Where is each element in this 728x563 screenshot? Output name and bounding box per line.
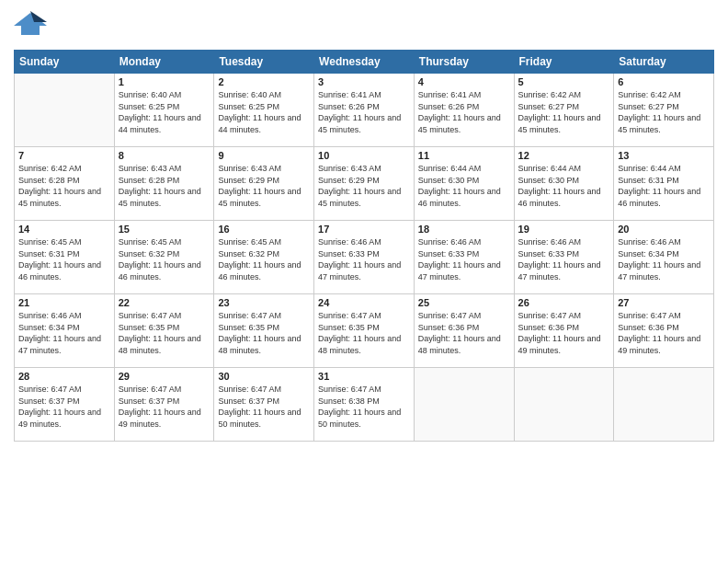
calendar-cell: 8 Sunrise: 6:43 AM Sunset: 6:28 PM Dayli… [114, 147, 214, 221]
sunrise-text: Sunrise: 6:46 AM [618, 237, 681, 247]
daylight-text: Daylight: 11 hours and 46 minutes. [18, 260, 101, 282]
sunrise-text: Sunrise: 6:46 AM [518, 237, 582, 247]
daylight-text: Daylight: 11 hours and 45 minutes. [618, 113, 700, 134]
sunset-text: Sunset: 6:38 PM [318, 396, 380, 406]
sunset-text: Sunset: 6:32 PM [119, 249, 180, 259]
calendar-cell: 1 Sunrise: 6:40 AM Sunset: 6:25 PM Dayli… [114, 74, 214, 147]
sunset-text: Sunset: 6:27 PM [518, 102, 580, 111]
col-wednesday: Wednesday [314, 51, 415, 74]
day-number: 11 [418, 150, 510, 161]
daylight-text: Daylight: 11 hours and 46 minutes. [518, 187, 601, 208]
day-number: 26 [518, 297, 610, 308]
sunset-text: Sunset: 6:31 PM [618, 176, 679, 185]
sunset-text: Sunset: 6:36 PM [518, 323, 580, 332]
calendar-cell [614, 368, 714, 442]
daylight-text: Daylight: 11 hours and 45 minutes. [518, 113, 601, 134]
day-number: 27 [618, 297, 710, 308]
day-number: 10 [318, 150, 410, 161]
sunrise-text: Sunrise: 6:43 AM [119, 164, 182, 173]
calendar-week-row: 21 Sunrise: 6:46 AM Sunset: 6:34 PM Dayl… [15, 294, 714, 368]
daylight-text: Daylight: 11 hours and 45 minutes. [18, 187, 101, 208]
daylight-text: Daylight: 11 hours and 49 minutes. [618, 334, 700, 355]
day-number: 25 [418, 297, 510, 308]
calendar-cell: 17 Sunrise: 6:46 AM Sunset: 6:33 PM Dayl… [314, 221, 415, 294]
sunset-text: Sunset: 6:35 PM [218, 323, 279, 332]
sunset-text: Sunset: 6:36 PM [618, 323, 679, 332]
calendar-cell: 3 Sunrise: 6:41 AM Sunset: 6:26 PM Dayli… [314, 74, 415, 147]
daylight-text: Daylight: 11 hours and 49 minutes. [119, 408, 201, 429]
daylight-text: Daylight: 11 hours and 48 minutes. [218, 334, 301, 355]
sunrise-text: Sunrise: 6:46 AM [418, 237, 482, 247]
calendar-cell: 28 Sunrise: 6:47 AM Sunset: 6:37 PM Dayl… [15, 368, 115, 442]
daylight-text: Daylight: 11 hours and 49 minutes. [18, 408, 101, 429]
daylight-text: Daylight: 11 hours and 48 minutes. [119, 334, 201, 355]
daylight-text: Daylight: 11 hours and 47 minutes. [18, 334, 101, 355]
calendar-week-row: 28 Sunrise: 6:47 AM Sunset: 6:37 PM Dayl… [15, 368, 714, 442]
sunset-text: Sunset: 6:25 PM [119, 102, 180, 111]
calendar-cell: 31 Sunrise: 6:47 AM Sunset: 6:38 PM Dayl… [314, 368, 415, 442]
sunrise-text: Sunrise: 6:47 AM [518, 311, 582, 320]
sunset-text: Sunset: 6:33 PM [518, 249, 580, 259]
sunset-text: Sunset: 6:26 PM [318, 102, 380, 111]
daylight-text: Daylight: 11 hours and 45 minutes. [318, 113, 401, 134]
day-number: 20 [618, 224, 710, 235]
daylight-text: Daylight: 11 hours and 46 minutes. [418, 187, 501, 208]
day-number: 7 [18, 150, 110, 161]
day-number: 28 [18, 371, 110, 382]
sunset-text: Sunset: 6:31 PM [18, 249, 80, 259]
col-thursday: Thursday [414, 51, 514, 74]
sunrise-text: Sunrise: 6:47 AM [318, 385, 381, 394]
sunset-text: Sunset: 6:33 PM [418, 249, 480, 259]
col-tuesday: Tuesday [214, 51, 314, 74]
daylight-text: Daylight: 11 hours and 44 minutes. [119, 113, 201, 134]
daylight-text: Daylight: 11 hours and 46 minutes. [218, 260, 301, 282]
sunset-text: Sunset: 6:36 PM [418, 323, 480, 332]
day-number: 19 [518, 224, 610, 235]
daylight-text: Daylight: 11 hours and 48 minutes. [418, 334, 501, 355]
sunset-text: Sunset: 6:26 PM [418, 102, 480, 111]
daylight-text: Daylight: 11 hours and 45 minutes. [218, 187, 301, 208]
sunrise-text: Sunrise: 6:47 AM [218, 385, 281, 394]
day-number: 12 [518, 150, 610, 161]
calendar-cell [514, 368, 614, 442]
calendar-cell: 10 Sunrise: 6:43 AM Sunset: 6:29 PM Dayl… [314, 147, 415, 221]
sunset-text: Sunset: 6:28 PM [119, 176, 180, 185]
sunrise-text: Sunrise: 6:47 AM [318, 311, 381, 320]
daylight-text: Daylight: 11 hours and 48 minutes. [318, 334, 401, 355]
day-number: 18 [418, 224, 510, 235]
calendar-cell: 19 Sunrise: 6:46 AM Sunset: 6:33 PM Dayl… [514, 221, 614, 294]
sunrise-text: Sunrise: 6:44 AM [418, 164, 482, 173]
calendar-cell: 29 Sunrise: 6:47 AM Sunset: 6:37 PM Dayl… [114, 368, 214, 442]
daylight-text: Daylight: 11 hours and 46 minutes. [618, 187, 700, 208]
sunrise-text: Sunrise: 6:45 AM [18, 237, 82, 247]
day-number: 21 [18, 297, 110, 308]
calendar-cell: 20 Sunrise: 6:46 AM Sunset: 6:34 PM Dayl… [614, 221, 714, 294]
sunset-text: Sunset: 6:32 PM [218, 249, 279, 259]
day-number: 24 [318, 297, 410, 308]
day-number: 13 [618, 150, 710, 161]
calendar-cell [15, 74, 115, 147]
calendar-cell: 5 Sunrise: 6:42 AM Sunset: 6:27 PM Dayli… [514, 74, 614, 147]
calendar-cell: 22 Sunrise: 6:47 AM Sunset: 6:35 PM Dayl… [114, 294, 214, 368]
col-saturday: Saturday [614, 51, 714, 74]
daylight-text: Daylight: 11 hours and 47 minutes. [518, 260, 601, 282]
sunset-text: Sunset: 6:35 PM [119, 323, 180, 332]
calendar-cell: 15 Sunrise: 6:45 AM Sunset: 6:32 PM Dayl… [114, 221, 214, 294]
calendar-cell: 7 Sunrise: 6:42 AM Sunset: 6:28 PM Dayli… [15, 147, 115, 221]
calendar-table: Sunday Monday Tuesday Wednesday Thursday… [14, 50, 714, 442]
day-number: 4 [418, 76, 510, 87]
sunrise-text: Sunrise: 6:42 AM [18, 164, 82, 173]
day-number: 2 [218, 76, 310, 87]
sunset-text: Sunset: 6:35 PM [318, 323, 380, 332]
calendar-cell: 21 Sunrise: 6:46 AM Sunset: 6:34 PM Dayl… [15, 294, 115, 368]
day-number: 1 [119, 76, 210, 87]
days-header-row: Sunday Monday Tuesday Wednesday Thursday… [15, 51, 714, 74]
daylight-text: Daylight: 11 hours and 45 minutes. [119, 187, 201, 208]
sunset-text: Sunset: 6:37 PM [18, 396, 80, 406]
daylight-text: Daylight: 11 hours and 45 minutes. [318, 187, 401, 208]
sunset-text: Sunset: 6:37 PM [119, 396, 180, 406]
calendar-cell: 14 Sunrise: 6:45 AM Sunset: 6:31 PM Dayl… [15, 221, 115, 294]
sunrise-text: Sunrise: 6:47 AM [18, 385, 82, 394]
daylight-text: Daylight: 11 hours and 50 minutes. [218, 408, 301, 429]
calendar-cell [414, 368, 514, 442]
